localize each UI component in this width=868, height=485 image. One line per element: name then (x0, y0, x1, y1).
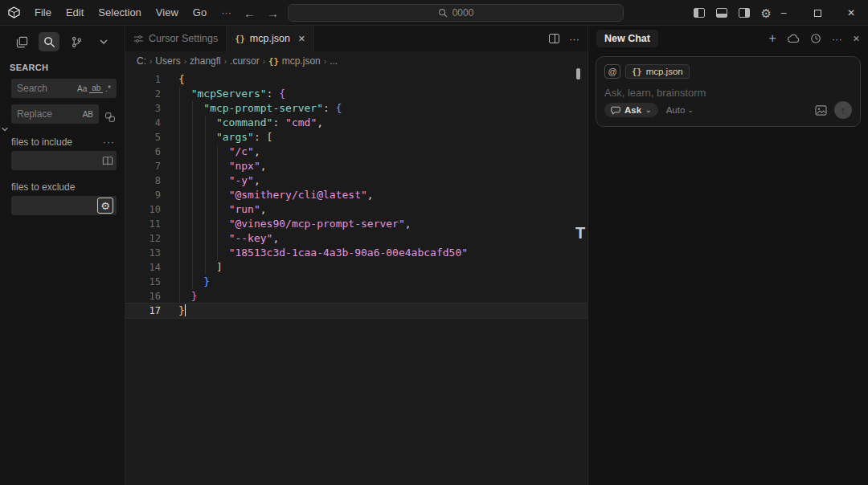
breadcrumb-item[interactable]: ... (330, 55, 338, 67)
menu-selection[interactable]: Selection (91, 6, 148, 18)
line-number: 15 (125, 275, 161, 289)
code-line-8[interactable]: 8 "-y", (125, 173, 588, 188)
chat-header: New Chat + ··· ✕ (588, 26, 868, 51)
menu-more-button[interactable]: ··· (214, 6, 239, 18)
line-content: { (161, 72, 185, 87)
menu-go[interactable]: Go (186, 6, 214, 18)
send-button[interactable]: ↑ (834, 101, 852, 119)
breadcrumb-item[interactable]: Users (155, 55, 180, 67)
text-overlay-marker: T (572, 224, 588, 243)
search-sidebar: SEARCH Search Aa ab .* Replace AB f (0, 26, 125, 485)
line-number: 6 (125, 145, 161, 159)
command-center-search[interactable]: 0000 (288, 4, 624, 22)
tab-close-icon[interactable]: ✕ (298, 34, 305, 44)
breadcrumb-item[interactable]: zhangfl (190, 55, 221, 67)
tab-bar: Cursor Settings {} mcp.json ✕ ··· (125, 26, 588, 51)
line-number: 10 (125, 202, 161, 217)
code-line-3[interactable]: 3 "mcp-prompt-server": { (125, 101, 588, 116)
editor-group: Cursor Settings {} mcp.json ✕ ··· C:›Use… (125, 26, 588, 485)
minimize-button[interactable]: – (767, 0, 800, 26)
maximize-button[interactable] (800, 0, 834, 26)
chevron-down-icon: ⌄ (645, 106, 652, 114)
code-line-12[interactable]: 12 "--key", (125, 231, 588, 246)
breadcrumb-separator-icon: › (324, 57, 326, 66)
code-line-15[interactable]: 15 } (125, 275, 588, 289)
code-line-9[interactable]: 9 "@smithery/cli@latest", (125, 188, 588, 202)
menu-edit[interactable]: Edit (59, 6, 91, 18)
toggle-primary-sidebar-icon[interactable] (694, 8, 705, 18)
whole-word-icon[interactable]: ab (89, 84, 103, 93)
source-control-icon[interactable] (66, 32, 87, 51)
search-input[interactable]: Search Aa ab .* (11, 79, 117, 98)
code-line-2[interactable]: 2 "mcpServers": { (125, 87, 588, 101)
replace-all-icon[interactable] (102, 112, 118, 123)
code-line-5[interactable]: 5 "args": [ (125, 130, 588, 145)
code-line-1[interactable]: 1{ (125, 72, 588, 87)
add-context-at-icon[interactable]: @ (604, 64, 620, 79)
more-views-chevron-icon[interactable] (93, 32, 114, 51)
panel-title: SEARCH (0, 58, 125, 79)
mode-selector[interactable]: Ask ⌄ (604, 103, 658, 117)
new-chat-plus-icon[interactable]: + (768, 31, 776, 46)
toggle-replace-chevron-icon[interactable] (0, 125, 10, 133)
chat-close-icon[interactable]: ✕ (853, 34, 860, 44)
files-include-input[interactable] (11, 151, 117, 170)
line-content: } (161, 289, 197, 304)
code-line-17[interactable]: 17} (125, 304, 588, 318)
exclude-settings-gear-icon[interactable]: ⚙ (97, 198, 113, 214)
chat-tab-new-chat[interactable]: New Chat (596, 30, 658, 47)
activity-bar (0, 26, 125, 58)
close-window-button[interactable]: ✕ (834, 0, 868, 26)
regex-icon[interactable]: .* (103, 84, 113, 93)
code-line-13[interactable]: 13 "18513c3d-1caa-4a3b-90a6-00e4abcafd50… (125, 246, 588, 260)
code-line-7[interactable]: 7 "npx", (125, 159, 588, 173)
editors-icon[interactable] (11, 32, 32, 51)
search-icon (438, 8, 448, 18)
toggle-panel-icon[interactable] (716, 8, 727, 18)
files-exclude-input[interactable]: ⚙ (11, 196, 117, 215)
chat-input-placeholder[interactable]: Ask, learn, brainstorm (604, 87, 852, 99)
app-window: FileEditSelectionViewGo ··· ← → 0000 ⚙ –… (0, 0, 868, 485)
toggle-secondary-sidebar-icon[interactable] (739, 8, 750, 18)
line-number: 14 (125, 260, 161, 275)
chat-more-icon[interactable]: ··· (832, 33, 842, 45)
chat-input-card[interactable]: @ {} mcp.json Ask, learn, brainstorm Ask… (596, 56, 861, 127)
code-editor[interactable]: 1{2 "mcpServers": {3 "mcp-prompt-server"… (125, 71, 588, 318)
menu-view[interactable]: View (149, 6, 186, 18)
forward-icon[interactable]: → (267, 6, 279, 20)
editor-more-actions-icon[interactable]: ··· (569, 33, 579, 45)
cloud-icon[interactable] (787, 34, 800, 43)
back-icon[interactable]: ← (244, 6, 256, 20)
tab-label: Cursor Settings (149, 33, 218, 44)
replace-input-placeholder: Replace (17, 108, 80, 120)
history-clock-icon[interactable] (810, 33, 821, 44)
search-view-icon[interactable] (39, 32, 59, 51)
breadcrumb-item[interactable]: C: (137, 55, 146, 67)
line-number: 4 (125, 116, 161, 130)
match-case-icon[interactable]: Aa (75, 84, 89, 93)
breadcrumb-item[interactable]: .cursor (230, 55, 260, 67)
attach-image-icon[interactable] (815, 105, 827, 116)
code-line-11[interactable]: 11 "@vines90/mcp-prompt-server", (125, 217, 588, 231)
context-row: @ {} mcp.json (604, 64, 852, 79)
split-editor-icon[interactable] (549, 34, 559, 43)
replace-input[interactable]: Replace AB (11, 104, 99, 124)
breadcrumb-separator-icon: › (263, 57, 265, 66)
code-line-6[interactable]: 6 "/c", (125, 145, 588, 159)
code-line-14[interactable]: 14 ] (125, 260, 588, 275)
preserve-case-icon[interactable]: AB (80, 110, 96, 119)
breadcrumb-item[interactable]: mcp.json (282, 55, 321, 67)
model-selector[interactable]: Auto ⌄ (666, 105, 694, 115)
code-line-16[interactable]: 16 } (125, 289, 588, 304)
menu-file[interactable]: File (27, 6, 59, 18)
code-line-10[interactable]: 10 "run", (125, 202, 588, 217)
breadcrumb-separator-icon: › (149, 57, 152, 66)
open-editors-book-icon[interactable] (102, 156, 113, 166)
tab-cursor-settings[interactable]: Cursor Settings (125, 26, 227, 51)
history-nav: ← → (244, 0, 279, 26)
code-line-4[interactable]: 4 "command": "cmd", (125, 116, 588, 130)
context-chip-mcp-json[interactable]: {} mcp.json (625, 64, 690, 79)
tab-mcp-json[interactable]: {} mcp.json ✕ (227, 26, 314, 51)
search-details-more-icon[interactable]: ··· (103, 137, 115, 148)
main-layout: SEARCH Search Aa ab .* Replace AB f (0, 26, 868, 485)
